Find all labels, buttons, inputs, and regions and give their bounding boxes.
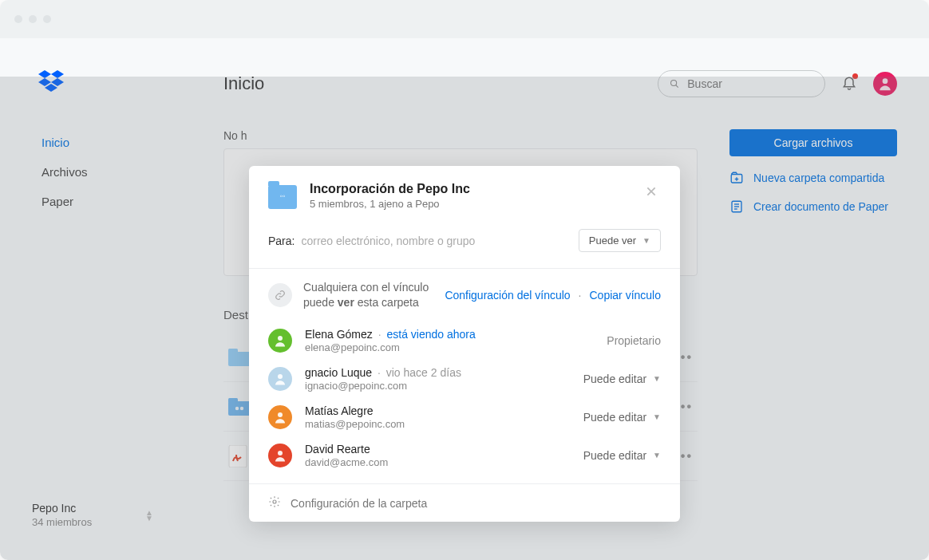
chevron-down-icon: ▼ [653, 451, 661, 459]
share-modal: ◦◦ Incorporación de Pepo Inc 5 miembros,… [249, 166, 680, 522]
traffic-zoom[interactable] [43, 15, 51, 23]
member-name: Elena Gómez · está viendo ahora [305, 328, 607, 341]
link-description: Cualquiera con el vínculo puede ver esta… [303, 280, 433, 310]
invite-input[interactable]: correo electrónico, nombre o grupo [301, 235, 475, 247]
svg-point-24 [278, 336, 283, 341]
member-name: gnacio Luque · vio hace 2 días [305, 366, 583, 379]
member-email: ignacio@pepoinc.com [305, 380, 583, 392]
traffic-close[interactable] [14, 15, 22, 23]
member-permission-dropdown[interactable]: Puede editar ▼ [583, 373, 661, 385]
member-role-label: Propietario [607, 334, 661, 347]
member-name: Matías Alegre [305, 404, 583, 417]
member-permission-dropdown[interactable]: Puede editar ▼ [583, 449, 661, 462]
member-row: Elena Gómez · está viendo ahoraelena@pep… [268, 321, 661, 360]
modal-title: Incorporación de Pepo Inc [310, 182, 470, 196]
member-permission-dropdown[interactable]: Puede editar ▼ [583, 411, 661, 424]
member-avatar [268, 444, 292, 467]
link-settings[interactable]: Configuración del vínculo [445, 289, 570, 302]
member-email: david@acme.com [305, 456, 583, 468]
window-titlebar [0, 0, 929, 38]
link-icon [268, 283, 292, 307]
member-status: vio hace 2 días [386, 366, 461, 379]
member-status: está viendo ahora [387, 328, 476, 341]
member-row: David Reartedavid@acme.comPuede editar ▼ [268, 436, 661, 475]
permission-dropdown[interactable]: Puede ver ▼ [579, 229, 661, 252]
svg-point-26 [278, 412, 283, 417]
close-icon [645, 185, 658, 198]
chevron-down-icon: ▼ [653, 374, 661, 383]
member-email: elena@pepoinc.com [305, 341, 607, 353]
member-avatar [268, 367, 292, 391]
svg-point-27 [278, 451, 283, 455]
gear-icon [268, 495, 281, 511]
member-avatar [268, 405, 292, 429]
chevron-down-icon: ▼ [642, 236, 650, 245]
invite-label: Para: [268, 235, 295, 247]
member-row: Matías Alegrematias@pepoinc.comPuede edi… [268, 398, 661, 436]
svg-point-28 [273, 500, 276, 503]
shared-folder-icon: ◦◦ [268, 185, 297, 209]
copy-link[interactable]: Copiar vínculo [590, 289, 662, 302]
close-button[interactable] [642, 182, 661, 203]
chevron-down-icon: ▼ [653, 412, 661, 421]
traffic-minimize[interactable] [29, 15, 37, 23]
svg-point-25 [278, 374, 283, 379]
member-row: gnacio Luque · vio hace 2 díasignacio@pe… [268, 360, 661, 398]
member-email: matias@pepoinc.com [305, 418, 583, 430]
modal-subtitle: 5 miembros, 1 ajeno a Pepo [310, 198, 470, 210]
modal-overlay[interactable]: ◦◦ Incorporación de Pepo Inc 5 miembros,… [0, 77, 929, 560]
member-avatar [268, 329, 292, 353]
member-name: David Rearte [305, 443, 583, 455]
folder-settings-link[interactable]: Configuración de la carpeta [291, 497, 427, 510]
permission-label: Puede ver [589, 235, 636, 246]
